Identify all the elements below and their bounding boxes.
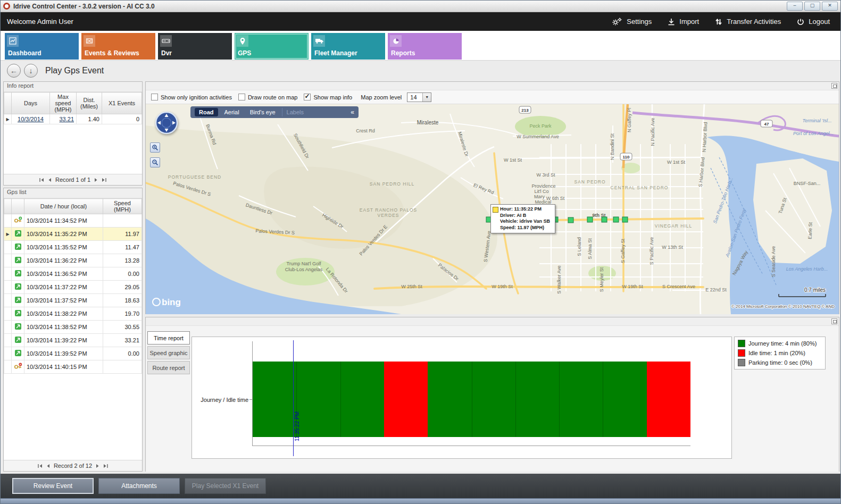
gps-list-row[interactable]: 10/3/2014 11:39:52 PM0.00 [4,347,142,360]
events-icon [84,35,95,47]
chart-tab-speed-graphic[interactable]: Speed graphic [147,346,190,359]
legend-item: Parking time: 0 sec (0%) [738,359,822,366]
gps-point-marker[interactable] [613,217,619,222]
column-header-gutter [4,93,12,114]
gps-list-row[interactable]: 10/3/2014 11:39:22 PM33.21 [4,334,142,347]
selected-gps-marker[interactable] [493,207,498,213]
title-bar[interactable]: Idrive Control Center - 3.0.2 version - … [1,1,840,12]
map-style-labels[interactable]: Labels [282,108,308,116]
checkbox-show-map-info[interactable]: Show map info [304,94,352,100]
play-selected-x1-event-button[interactable]: Play Selected X1 Event [185,478,266,494]
map-label: W 1st St [504,157,522,163]
pager-next-button[interactable] [94,178,98,182]
key-off-icon [12,360,24,374]
gps-speed-cell: 19.70 [103,307,142,321]
row-selector [4,267,12,281]
gps-list-row[interactable]: 10/3/2014 11:38:52 PM30.55 [4,321,142,334]
gps-point-marker[interactable] [587,217,593,222]
back-button[interactable]: ← [7,64,21,78]
chart-tabs: Time reportSpeed graphicRoute report [147,331,190,374]
segment-separator [515,362,516,437]
attachments-button[interactable]: Attachments [98,478,180,494]
column-header-x1-events[interactable]: X1 Events [102,93,142,114]
nav-tab-dvr[interactable]: Dvr [158,33,232,60]
map-label: S Crescent Ave [662,284,695,289]
map-label: CENTRAL SAN PEDRO [611,185,669,190]
close-button[interactable]: ✕ [822,2,838,11]
info-report-row[interactable]: ▶ 10/3/2014 33.21 1.40 0 [4,114,142,124]
minimize-button[interactable]: – [787,2,803,11]
nav-tab-events-reviews[interactable]: Events & Reviews [81,33,155,60]
down-button[interactable]: ↓ [24,64,38,78]
highway-shield: 213 [519,106,531,113]
days-cell[interactable]: 10/3/2014 [12,114,50,124]
time-marker-line[interactable] [293,340,294,456]
column-header-dist[interactable]: Dist. (Miles) [77,93,102,114]
gps-list-row[interactable]: 10/3/2014 11:36:52 PM0.00 [4,267,142,281]
map-zoom-select[interactable]: 14 ▼ [407,93,431,102]
gps-list-row[interactable]: 10/3/2014 11:34:52 PM [4,214,142,228]
gps-table-body: 10/3/2014 11:34:52 PM▶10/3/2014 11:35:22… [4,214,142,374]
gps-list-row[interactable]: 10/3/2014 11:35:52 PM11.47 [4,241,142,254]
nav-tab-gps[interactable]: GPS [235,33,309,60]
checkbox-draw-route-on-map[interactable]: Draw route on map [238,94,298,100]
gps-list-row[interactable]: 10/3/2014 11:37:52 PM18.63 [4,294,142,307]
gps-point-marker[interactable] [622,217,628,222]
map-label: EAST RANCHO PALOS [360,207,417,213]
map-style-bird-s-eye[interactable]: Bird's eye [246,108,280,116]
page-title: Play Gps Event [45,66,104,75]
map-zoom-in-button[interactable] [150,142,160,153]
info-report-pager: Record 1 of 1 [4,174,142,185]
column-header-days[interactable]: Days [12,93,50,114]
pager-next-button[interactable] [96,464,99,468]
gps-point-marker[interactable] [602,217,607,222]
map-style-road[interactable]: Road [195,108,218,116]
map-zoom-out-button[interactable] [150,157,160,167]
gps-speed-cell: 30.55 [103,321,142,334]
point-icon [12,347,24,360]
segment-idle [384,362,428,437]
nav-tab-dashboard[interactable]: Dashboard [5,33,79,60]
chart-tab-route-report[interactable]: Route report [147,361,190,374]
highway-shield: 47 [761,120,772,127]
pager-prev-button[interactable] [46,464,50,468]
gps-speed-cell: 18.63 [103,294,142,307]
panel-maximize-button[interactable] [831,318,837,324]
map-style-aerial[interactable]: Aerial [220,108,244,116]
max-speed-cell[interactable]: 33.21 [50,114,77,124]
maximize-button[interactable]: ▢ [804,2,820,11]
gps-list-row[interactable]: 10/3/2014 11:40:15 PM [4,360,142,374]
checkbox-box[interactable] [304,94,311,100]
pager-first-button[interactable] [38,464,43,468]
gps-list-row[interactable]: ▶10/3/2014 11:35:22 PM11.97 [4,228,142,241]
pager-prev-button[interactable] [48,178,52,182]
menu-item-logout[interactable]: Logout [797,18,830,26]
map-canvas[interactable]: MiralestePeck ParkW Summerland AveCrest … [146,104,839,314]
column-header-date[interactable]: Date / hour (local) [24,199,103,214]
map-style-collapse-button[interactable]: « [351,108,354,116]
chart-tab-time-report[interactable]: Time report [147,331,190,345]
pager-last-button[interactable] [103,464,108,468]
column-header-max-speed[interactable]: Max speed (MPH) [50,93,77,114]
dropdown-arrow-icon[interactable]: ▼ [422,93,431,102]
checkbox-box[interactable] [151,94,158,100]
menu-item-transfer-activities[interactable]: Transfer Activities [715,18,781,26]
gps-point-marker[interactable] [568,217,573,223]
gps-date-cell: 10/3/2014 11:37:52 PM [24,294,103,307]
nav-tab-reports[interactable]: Reports [388,33,462,60]
pager-last-button[interactable] [102,178,106,182]
gps-list-row[interactable]: 10/3/2014 11:37:22 PM29.05 [4,281,142,294]
checkbox-show-only-ignition-activities[interactable]: Show only ignition activities [151,94,232,100]
gps-list-row[interactable]: 10/3/2014 11:36:22 PM13.28 [4,254,142,267]
pager-first-button[interactable] [39,178,44,182]
checkbox-box[interactable] [238,94,245,100]
gps-list-row[interactable]: 10/3/2014 11:38:22 PM19.70 [4,307,142,321]
panel-maximize-button[interactable] [831,83,837,89]
gps-list-title: Gps list [4,188,142,198]
review-event-button[interactable]: Review Event [12,478,94,494]
menu-item-import[interactable]: Import [668,18,699,26]
column-header-speed[interactable]: Speed (MPH) [103,199,142,214]
menu-item-settings[interactable]: Settings [612,18,652,26]
map-compass-control[interactable] [154,111,179,135]
nav-tab-fleet-manager[interactable]: Fleet Manager [311,33,385,60]
